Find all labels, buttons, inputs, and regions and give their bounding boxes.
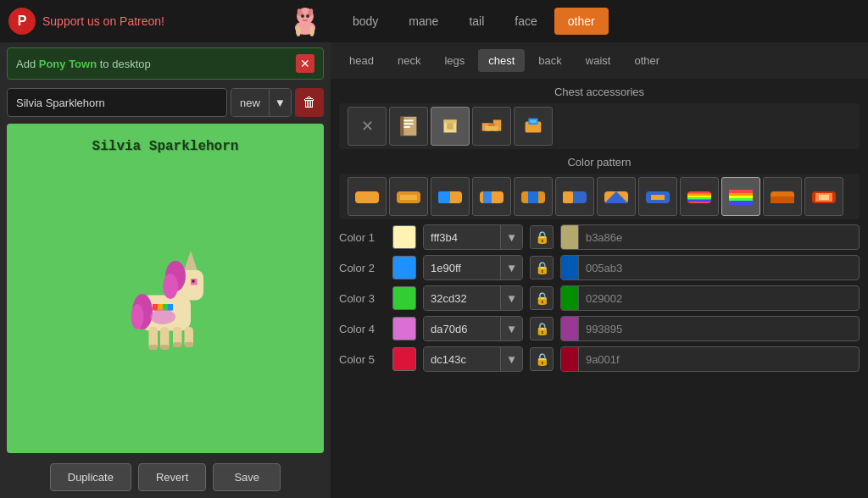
color-5-locked-preview xyxy=(561,347,579,371)
acc-item-2[interactable] xyxy=(431,107,470,146)
pattern-3[interactable] xyxy=(431,177,470,216)
svg-rect-12 xyxy=(192,279,195,282)
color-2-hex-input[interactable] xyxy=(424,255,500,280)
pattern-2[interactable] xyxy=(389,177,428,216)
character-name-input[interactable] xyxy=(7,88,227,117)
color-2-locked-hex: 005ab3 xyxy=(579,262,859,274)
color-5-lock-button[interactable]: 🔒 xyxy=(530,347,554,371)
pattern-11[interactable] xyxy=(763,177,802,216)
acc-item-1[interactable] xyxy=(389,107,428,146)
tab-tail[interactable]: tail xyxy=(455,8,498,35)
color-4-locked-preview xyxy=(561,317,579,340)
svg-rect-24 xyxy=(185,342,194,347)
pattern-6[interactable] xyxy=(555,177,594,216)
add-desktop-bar: Add Pony Town to desktop ✕ xyxy=(7,47,324,80)
new-button[interactable]: new xyxy=(231,89,269,116)
svg-rect-41 xyxy=(486,126,498,131)
svg-point-7 xyxy=(309,26,314,36)
color-3-preview[interactable] xyxy=(392,286,416,310)
color-1-dropdown[interactable]: ▼ xyxy=(500,224,522,250)
subtab-back[interactable]: back xyxy=(528,49,571,72)
pattern-9[interactable] xyxy=(680,177,719,216)
color-4-preview[interactable] xyxy=(392,317,416,340)
svg-rect-71 xyxy=(729,201,753,205)
color-row-2: Color 2 ▼ 🔒 005ab3 xyxy=(339,255,860,280)
color-3-lock-button[interactable]: 🔒 xyxy=(530,286,554,310)
color-4-input-group: ▼ xyxy=(423,316,523,341)
subtab-neck[interactable]: neck xyxy=(387,49,431,72)
color-row-1: Color 1 ▼ 🔒 b3a86e xyxy=(339,224,860,250)
app-name: Pony Town xyxy=(39,58,97,70)
color-5-locked-hex: 9a001f xyxy=(579,353,859,366)
svg-rect-60 xyxy=(651,195,665,200)
close-add-desktop-button[interactable]: ✕ xyxy=(296,54,314,73)
svg-point-5 xyxy=(306,14,309,18)
color-3-dropdown[interactable]: ▼ xyxy=(500,285,522,311)
color-pattern-title: Color pattern xyxy=(331,149,868,174)
color-2-lock-button[interactable]: 🔒 xyxy=(530,256,554,279)
color-row-4: Color 4 ▼ 🔒 993895 xyxy=(339,316,860,341)
color-5-locked-box: 9a001f xyxy=(560,346,860,372)
color-5-preview[interactable] xyxy=(392,347,416,371)
color-4-hex-input[interactable] xyxy=(424,316,500,341)
revert-button[interactable]: Revert xyxy=(138,463,206,491)
svg-rect-50 xyxy=(438,191,450,203)
subtab-waist[interactable]: waist xyxy=(576,49,621,72)
color-5-label: Color 5 xyxy=(339,353,386,366)
color-3-input-group: ▼ xyxy=(423,285,523,311)
color-3-locked-box: 029002 xyxy=(560,285,860,311)
new-btn-group: new ▼ xyxy=(231,88,292,117)
subtab-other[interactable]: other xyxy=(624,49,670,72)
pattern-4[interactable] xyxy=(472,177,511,216)
svg-rect-33 xyxy=(403,120,413,122)
pattern-7[interactable] xyxy=(597,177,636,216)
acc-item-3[interactable] xyxy=(472,107,511,146)
color-5-dropdown[interactable]: ▼ xyxy=(500,346,522,372)
color-1-preview[interactable] xyxy=(392,225,416,249)
color-2-preview[interactable] xyxy=(392,256,416,279)
tab-mane[interactable]: mane xyxy=(395,8,452,35)
color-1-hex-input[interactable] xyxy=(424,224,500,250)
top-bar: P Support us on Patreon! xyxy=(0,0,331,42)
save-button[interactable]: Save xyxy=(213,463,281,491)
mascot-icon xyxy=(288,4,322,38)
pattern-10[interactable] xyxy=(721,177,760,216)
svg-rect-63 xyxy=(687,196,711,197)
subtab-legs[interactable]: legs xyxy=(434,49,475,72)
svg-rect-62 xyxy=(687,193,711,195)
svg-rect-26 xyxy=(153,304,158,311)
delete-character-button[interactable]: 🗑 xyxy=(295,88,324,117)
color-4-locked-box: 993895 xyxy=(560,316,860,341)
color-1-locked-preview xyxy=(561,225,579,249)
color-5-hex-input[interactable] xyxy=(424,346,500,372)
patreon-label: Support us on Patreon! xyxy=(42,14,164,28)
color-4-dropdown[interactable]: ▼ xyxy=(500,316,522,341)
color-1-input-group: ▼ xyxy=(423,224,523,250)
color-4-lock-button[interactable]: 🔒 xyxy=(530,317,554,340)
color-2-locked-preview xyxy=(561,256,579,279)
bottom-buttons: Duplicate Revert Save xyxy=(0,456,331,498)
pattern-5[interactable] xyxy=(514,177,553,216)
svg-rect-46 xyxy=(355,191,379,203)
tab-other[interactable]: other xyxy=(554,8,609,35)
color-2-input-group: ▼ xyxy=(423,255,523,280)
duplicate-button[interactable]: Duplicate xyxy=(50,463,131,491)
acc-none[interactable]: ✕ xyxy=(348,107,387,146)
color-3-hex-input[interactable] xyxy=(424,285,500,311)
pattern-1[interactable] xyxy=(348,177,387,216)
tab-face[interactable]: face xyxy=(501,8,550,35)
subtab-head[interactable]: head xyxy=(339,49,384,72)
acc-item-4[interactable] xyxy=(514,107,553,146)
sub-tabs: head neck legs chest back waist other xyxy=(331,42,868,79)
pattern-12[interactable] xyxy=(804,177,843,216)
new-dropdown-button[interactable]: ▼ xyxy=(269,89,291,116)
subtab-chest[interactable]: chest xyxy=(478,49,525,72)
color-5-input-group: ▼ xyxy=(423,346,523,372)
color-1-lock-button[interactable]: 🔒 xyxy=(530,225,554,249)
patreon-button[interactable]: P Support us on Patreon! xyxy=(8,8,164,35)
color-2-dropdown[interactable]: ▼ xyxy=(500,255,522,280)
pattern-8[interactable] xyxy=(638,177,677,216)
tab-body[interactable]: body xyxy=(339,8,392,35)
accessories-title: Chest accessories xyxy=(331,79,868,103)
svg-point-30 xyxy=(150,309,175,324)
